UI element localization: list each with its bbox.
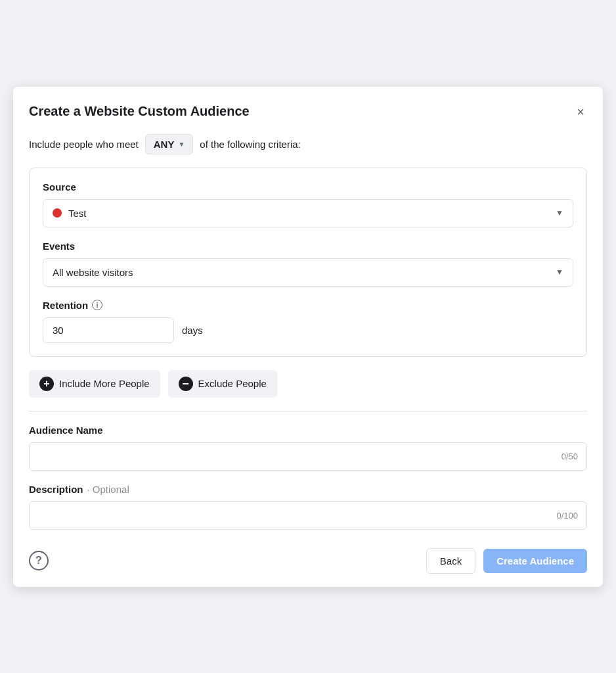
events-chevron-icon: ▼: [556, 267, 563, 277]
criteria-suffix-label: of the following criteria:: [200, 139, 300, 150]
events-dropdown[interactable]: All website visitors ▼: [43, 258, 573, 287]
description-input-wrapper: 0/100: [29, 501, 587, 530]
exclude-people-button[interactable]: − Exclude People: [168, 370, 277, 398]
events-label: Events: [43, 241, 573, 252]
description-section: Description · Optional 0/100: [29, 484, 587, 530]
source-chevron-icon: ▼: [556, 208, 563, 218]
retention-label: Retention: [43, 300, 88, 311]
retention-row: days: [43, 317, 573, 343]
any-label: ANY: [154, 139, 175, 150]
criteria-row: Include people who meet ANY ▼ of the fol…: [29, 134, 587, 154]
retention-label-row: Retention i: [43, 300, 573, 311]
criteria-box: Source Test ▼ Events All website visitor…: [29, 168, 587, 357]
retention-input[interactable]: [43, 317, 174, 343]
plus-icon: +: [39, 377, 54, 391]
close-button[interactable]: ×: [574, 103, 587, 121]
description-optional-text: · Optional: [87, 484, 129, 495]
back-button[interactable]: Back: [426, 548, 475, 574]
include-more-people-label: Include More People: [59, 378, 150, 389]
chevron-down-icon: ▼: [178, 141, 185, 148]
minus-icon: −: [179, 377, 193, 391]
create-audience-button[interactable]: Create Audience: [483, 549, 587, 573]
audience-name-section: Audience Name 0/50: [29, 425, 587, 471]
action-buttons: + Include More People − Exclude People: [29, 370, 587, 398]
footer: ? Back Create Audience: [29, 548, 587, 574]
modal-title: Create a Website Custom Audience: [29, 104, 250, 119]
source-value: Test: [68, 208, 87, 219]
description-input[interactable]: [29, 501, 587, 530]
events-value: All website visitors: [53, 267, 133, 278]
modal-header: Create a Website Custom Audience ×: [29, 103, 587, 121]
modal-container: Create a Website Custom Audience × Inclu…: [13, 87, 603, 587]
description-label: Description: [29, 484, 83, 495]
days-label: days: [182, 325, 203, 336]
audience-name-input[interactable]: [29, 442, 587, 471]
events-dropdown-left: All website visitors: [53, 267, 133, 278]
audience-name-input-wrapper: 0/50: [29, 442, 587, 471]
divider: [29, 411, 587, 411]
include-people-label: Include people who meet: [29, 139, 139, 150]
any-dropdown[interactable]: ANY ▼: [145, 134, 194, 154]
footer-right: Back Create Audience: [426, 548, 587, 574]
exclude-people-label: Exclude People: [198, 378, 267, 389]
red-dot-icon: [53, 208, 62, 218]
include-more-people-button[interactable]: + Include More People: [29, 370, 160, 398]
audience-name-label: Audience Name: [29, 425, 587, 436]
info-icon: i: [92, 300, 102, 310]
description-char-count: 0/100: [556, 511, 578, 521]
description-label-row: Description · Optional: [29, 484, 587, 495]
source-dropdown[interactable]: Test ▼: [43, 199, 573, 227]
source-label: Source: [43, 181, 573, 193]
source-dropdown-left: Test: [53, 208, 87, 219]
audience-name-char-count: 0/50: [561, 452, 578, 461]
help-icon[interactable]: ?: [29, 551, 49, 570]
